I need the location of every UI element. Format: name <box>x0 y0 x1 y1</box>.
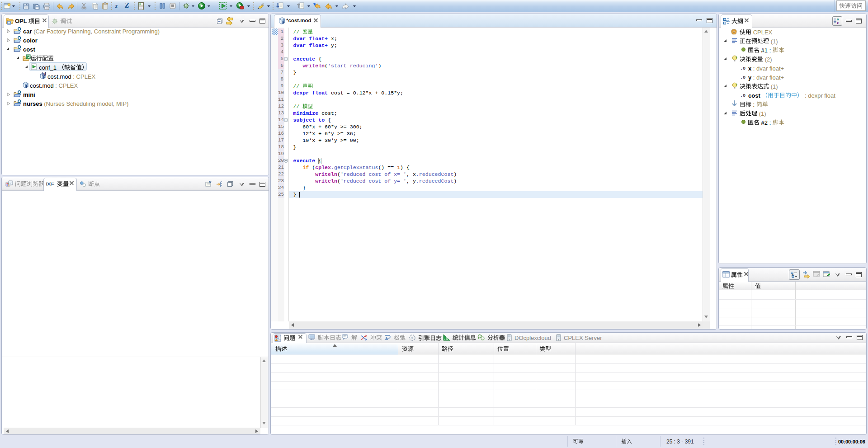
svg-text:?: ? <box>736 83 738 87</box>
svg-text:z: z <box>837 21 839 24</box>
svg-text:?: ? <box>736 56 738 60</box>
